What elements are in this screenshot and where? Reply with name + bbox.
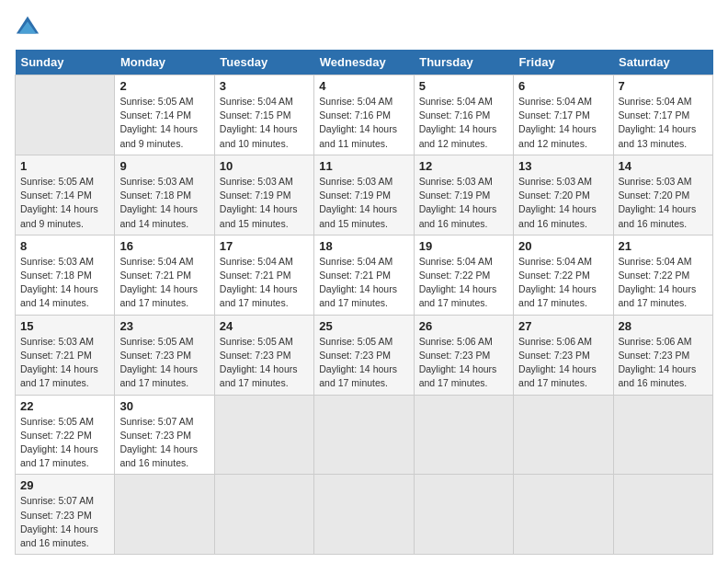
page-header <box>15 15 713 40</box>
day-info: Sunrise: 5:04 AMSunset: 7:16 PMDaylight:… <box>319 95 408 151</box>
day-number: 23 <box>119 319 209 333</box>
day-number: 3 <box>220 79 309 93</box>
day-cell-6: 6Sunrise: 5:04 AMSunset: 7:17 PMDaylight… <box>514 75 613 155</box>
day-cell-20: 20Sunrise: 5:04 AMSunset: 7:22 PMDayligh… <box>514 235 613 315</box>
day-cell-25: 25Sunrise: 5:05 AMSunset: 7:23 PMDayligh… <box>314 315 414 395</box>
day-cell-12: 12Sunrise: 5:03 AMSunset: 7:19 PMDayligh… <box>414 155 513 235</box>
day-info: Sunrise: 5:06 AMSunset: 7:23 PMDaylight:… <box>419 335 508 391</box>
day-number: 6 <box>518 79 608 93</box>
day-number: 27 <box>518 319 608 333</box>
day-info: Sunrise: 5:04 AMSunset: 7:15 PMDaylight:… <box>220 95 309 151</box>
day-info: Sunrise: 5:05 AMSunset: 7:23 PMDaylight:… <box>220 335 309 391</box>
day-number: 14 <box>619 159 708 173</box>
day-cell-7: 7Sunrise: 5:04 AMSunset: 7:17 PMDaylight… <box>613 75 712 155</box>
day-number: 4 <box>319 79 408 93</box>
day-info: Sunrise: 5:03 AMSunset: 7:18 PMDaylight:… <box>119 175 209 231</box>
empty-cell <box>414 475 513 555</box>
empty-cell <box>514 395 613 475</box>
day-cell-27: 27Sunrise: 5:06 AMSunset: 7:23 PMDayligh… <box>514 315 613 395</box>
day-header-friday: Friday <box>514 50 613 75</box>
day-cell-15: 15Sunrise: 5:03 AMSunset: 7:21 PMDayligh… <box>16 315 115 395</box>
day-number: 13 <box>518 159 608 173</box>
day-info: Sunrise: 5:05 AMSunset: 7:14 PMDaylight:… <box>20 175 109 231</box>
day-number: 5 <box>419 79 508 93</box>
empty-cell <box>314 395 414 475</box>
logo <box>15 15 42 40</box>
empty-cell <box>214 475 313 555</box>
day-number: 8 <box>20 239 109 253</box>
day-cell-24: 24Sunrise: 5:05 AMSunset: 7:23 PMDayligh… <box>214 315 313 395</box>
day-info: Sunrise: 5:04 AMSunset: 7:21 PMDaylight:… <box>220 255 309 311</box>
day-number: 29 <box>20 478 109 492</box>
day-number: 28 <box>619 319 708 333</box>
empty-cell <box>16 75 115 155</box>
day-number: 21 <box>619 239 708 253</box>
day-info: Sunrise: 5:03 AMSunset: 7:20 PMDaylight:… <box>518 175 608 231</box>
empty-cell <box>214 395 313 475</box>
day-info: Sunrise: 5:05 AMSunset: 7:23 PMDaylight:… <box>119 335 209 391</box>
empty-cell <box>314 475 414 555</box>
day-info: Sunrise: 5:05 AMSunset: 7:22 PMDaylight:… <box>20 415 109 471</box>
day-cell-29: 29Sunrise: 5:07 AMSunset: 7:23 PMDayligh… <box>16 475 115 555</box>
day-header-monday: Monday <box>115 50 214 75</box>
header-row: SundayMondayTuesdayWednesdayThursdayFrid… <box>16 50 713 75</box>
day-info: Sunrise: 5:06 AMSunset: 7:23 PMDaylight:… <box>619 335 708 391</box>
day-number: 24 <box>220 319 309 333</box>
day-info: Sunrise: 5:04 AMSunset: 7:22 PMDaylight:… <box>619 255 708 311</box>
day-number: 25 <box>319 319 408 333</box>
day-info: Sunrise: 5:05 AMSunset: 7:23 PMDaylight:… <box>319 335 408 391</box>
day-number: 19 <box>419 239 508 253</box>
calendar-week-5: 22Sunrise: 5:05 AMSunset: 7:22 PMDayligh… <box>16 395 713 475</box>
day-number: 16 <box>119 239 209 253</box>
calendar-week-4: 15Sunrise: 5:03 AMSunset: 7:21 PMDayligh… <box>16 315 713 395</box>
day-cell-4: 4Sunrise: 5:04 AMSunset: 7:16 PMDaylight… <box>314 75 414 155</box>
day-info: Sunrise: 5:04 AMSunset: 7:17 PMDaylight:… <box>518 95 608 151</box>
day-info: Sunrise: 5:03 AMSunset: 7:21 PMDaylight:… <box>20 335 109 391</box>
logo-icon <box>15 15 40 40</box>
day-number: 12 <box>419 159 508 173</box>
day-number: 1 <box>20 159 109 173</box>
day-cell-30: 30Sunrise: 5:07 AMSunset: 7:23 PMDayligh… <box>115 395 214 475</box>
day-number: 10 <box>220 159 309 173</box>
day-info: Sunrise: 5:04 AMSunset: 7:21 PMDaylight:… <box>119 255 209 311</box>
day-number: 15 <box>20 319 109 333</box>
empty-cell <box>414 395 513 475</box>
day-info: Sunrise: 5:03 AMSunset: 7:19 PMDaylight:… <box>419 175 508 231</box>
day-number: 2 <box>119 79 209 93</box>
calendar-table: SundayMondayTuesdayWednesdayThursdayFrid… <box>15 50 713 555</box>
day-cell-22: 22Sunrise: 5:05 AMSunset: 7:22 PMDayligh… <box>16 395 115 475</box>
day-header-saturday: Saturday <box>613 50 712 75</box>
day-cell-3: 3Sunrise: 5:04 AMSunset: 7:15 PMDaylight… <box>214 75 313 155</box>
day-cell-10: 10Sunrise: 5:03 AMSunset: 7:19 PMDayligh… <box>214 155 313 235</box>
day-info: Sunrise: 5:04 AMSunset: 7:17 PMDaylight:… <box>619 95 708 151</box>
day-header-tuesday: Tuesday <box>214 50 313 75</box>
empty-cell <box>613 395 712 475</box>
day-cell-21: 21Sunrise: 5:04 AMSunset: 7:22 PMDayligh… <box>613 235 712 315</box>
day-number: 18 <box>319 239 408 253</box>
day-number: 20 <box>518 239 608 253</box>
day-cell-5: 5Sunrise: 5:04 AMSunset: 7:16 PMDaylight… <box>414 75 513 155</box>
calendar-week-3: 8Sunrise: 5:03 AMSunset: 7:18 PMDaylight… <box>16 235 713 315</box>
day-cell-8: 8Sunrise: 5:03 AMSunset: 7:18 PMDaylight… <box>16 235 115 315</box>
day-header-wednesday: Wednesday <box>314 50 414 75</box>
day-number: 17 <box>220 239 309 253</box>
day-cell-17: 17Sunrise: 5:04 AMSunset: 7:21 PMDayligh… <box>214 235 313 315</box>
calendar-week-2: 1Sunrise: 5:05 AMSunset: 7:14 PMDaylight… <box>16 155 713 235</box>
day-cell-13: 13Sunrise: 5:03 AMSunset: 7:20 PMDayligh… <box>514 155 613 235</box>
day-info: Sunrise: 5:06 AMSunset: 7:23 PMDaylight:… <box>518 335 608 391</box>
day-cell-1: 1Sunrise: 5:05 AMSunset: 7:14 PMDaylight… <box>16 155 115 235</box>
day-number: 7 <box>619 79 708 93</box>
day-cell-23: 23Sunrise: 5:05 AMSunset: 7:23 PMDayligh… <box>115 315 214 395</box>
day-cell-9: 9Sunrise: 5:03 AMSunset: 7:18 PMDaylight… <box>115 155 214 235</box>
day-cell-11: 11Sunrise: 5:03 AMSunset: 7:19 PMDayligh… <box>314 155 414 235</box>
day-info: Sunrise: 5:03 AMSunset: 7:20 PMDaylight:… <box>619 175 708 231</box>
day-info: Sunrise: 5:03 AMSunset: 7:19 PMDaylight:… <box>319 175 408 231</box>
day-cell-26: 26Sunrise: 5:06 AMSunset: 7:23 PMDayligh… <box>414 315 513 395</box>
day-info: Sunrise: 5:03 AMSunset: 7:19 PMDaylight:… <box>220 175 309 231</box>
day-header-sunday: Sunday <box>16 50 115 75</box>
empty-cell <box>115 475 214 555</box>
day-header-thursday: Thursday <box>414 50 513 75</box>
day-number: 26 <box>419 319 508 333</box>
day-info: Sunrise: 5:04 AMSunset: 7:21 PMDaylight:… <box>319 255 408 311</box>
day-info: Sunrise: 5:05 AMSunset: 7:14 PMDaylight:… <box>119 95 209 151</box>
